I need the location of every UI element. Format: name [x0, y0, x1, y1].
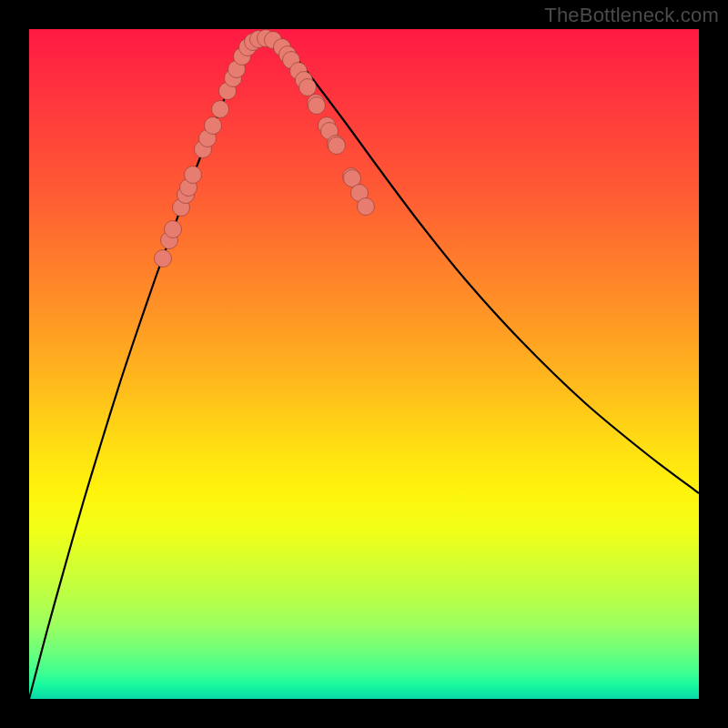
plot-area [29, 29, 699, 699]
data-dot [308, 97, 326, 115]
data-dot [212, 101, 229, 118]
data-dot [185, 167, 202, 184]
watermark-label: TheBottleneck.com [544, 4, 719, 27]
chart-svg [29, 29, 699, 699]
data-dot [165, 221, 182, 238]
bottleneck-curve [29, 38, 699, 699]
chart-frame: TheBottleneck.com [0, 0, 728, 728]
data-dots [155, 30, 375, 268]
data-dot [155, 250, 172, 268]
data-dot [358, 198, 375, 216]
data-dot [205, 117, 222, 135]
data-dot [329, 137, 346, 155]
data-dot [299, 79, 317, 96]
